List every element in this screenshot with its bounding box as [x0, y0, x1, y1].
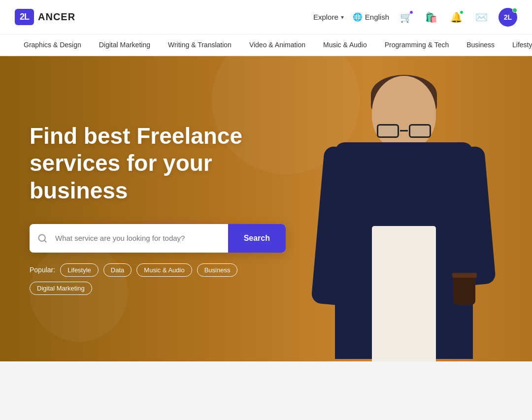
popular-tag-lifestyle[interactable]: Lifestyle	[60, 263, 99, 277]
bag-icon: 🛍️	[425, 12, 437, 23]
globe-icon: 🌐	[353, 12, 363, 22]
messages-button[interactable]: ✉️	[473, 9, 490, 25]
explore-label: Explore	[313, 13, 338, 21]
hero-content: Find best Freelance services for your bu…	[0, 123, 296, 295]
search-button[interactable]: Search	[228, 224, 286, 253]
nav-item-music[interactable]: Music & Audio	[314, 34, 376, 56]
person-body	[335, 142, 473, 359]
popular-tag-digital-marketing[interactable]: Digital Marketing	[30, 282, 92, 295]
nav-item-writing[interactable]: Writing & Translation	[159, 34, 240, 56]
glasses-bridge	[400, 130, 408, 131]
avatar-label: 2L	[504, 13, 512, 21]
nav-bar: Graphics & Design Digital Marketing Writ…	[0, 34, 532, 56]
search-bar: Search	[30, 224, 286, 253]
glasses-right	[409, 124, 431, 138]
hero-title: Find best Freelance services for your bu…	[30, 123, 266, 204]
bag-button[interactable]: 🛍️	[423, 9, 439, 25]
header-right: Explore ▾ 🌐 English 🛒 🛍️ 🔔 ✉️ 2L	[313, 8, 517, 27]
notifications-button[interactable]: 🔔	[448, 9, 465, 25]
popular-tag-data[interactable]: Data	[103, 263, 132, 277]
popular-tag-music[interactable]: Music & Audio	[136, 263, 192, 277]
chevron-down-icon: ▾	[341, 14, 344, 21]
language-button[interactable]: 🌐 English	[353, 12, 389, 22]
popular-label: Popular:	[30, 266, 55, 274]
popular-tag-business[interactable]: Business	[197, 263, 238, 277]
search-input[interactable]	[55, 234, 228, 242]
logo-box: 2L	[15, 9, 34, 25]
below-hero	[0, 361, 532, 420]
person-figure	[300, 66, 507, 361]
person-cup	[453, 273, 475, 305]
avatar-badge	[512, 8, 517, 13]
glasses-left	[377, 124, 399, 138]
explore-button[interactable]: Explore ▾	[313, 13, 344, 21]
notification-badge	[460, 10, 464, 14]
mail-icon: ✉️	[475, 12, 488, 23]
svg-line-1	[44, 240, 46, 242]
person-glasses	[377, 124, 431, 139]
person-shirt	[372, 226, 436, 361]
person-head	[372, 76, 436, 150]
nav-item-business[interactable]: Business	[458, 34, 503, 56]
logo[interactable]: 2L ANCER	[15, 9, 75, 25]
nav-item-lifestyle[interactable]: Lifestyle	[503, 34, 532, 56]
cart-badge	[409, 10, 413, 14]
nav-item-video[interactable]: Video & Animation	[240, 34, 314, 56]
nav-item-programming[interactable]: Programming & Tech	[376, 34, 458, 56]
logo-text: ANCER	[38, 11, 75, 23]
avatar-button[interactable]: 2L	[499, 8, 517, 27]
nav-item-digital-marketing[interactable]: Digital Marketing	[90, 34, 159, 56]
popular-row: Popular: Lifestyle Data Music & Audio Bu…	[30, 263, 266, 295]
header: 2L ANCER Explore ▾ 🌐 English 🛒 🛍️ 🔔 ✉️ 2…	[0, 0, 532, 34]
hero-person-image	[276, 56, 532, 361]
language-label: English	[365, 13, 389, 21]
search-icon	[30, 233, 55, 243]
hero-section: Find best Freelance services for your bu…	[0, 56, 532, 361]
nav-item-graphics[interactable]: Graphics & Design	[15, 34, 90, 56]
cart-button[interactable]: 🛒	[398, 9, 414, 25]
